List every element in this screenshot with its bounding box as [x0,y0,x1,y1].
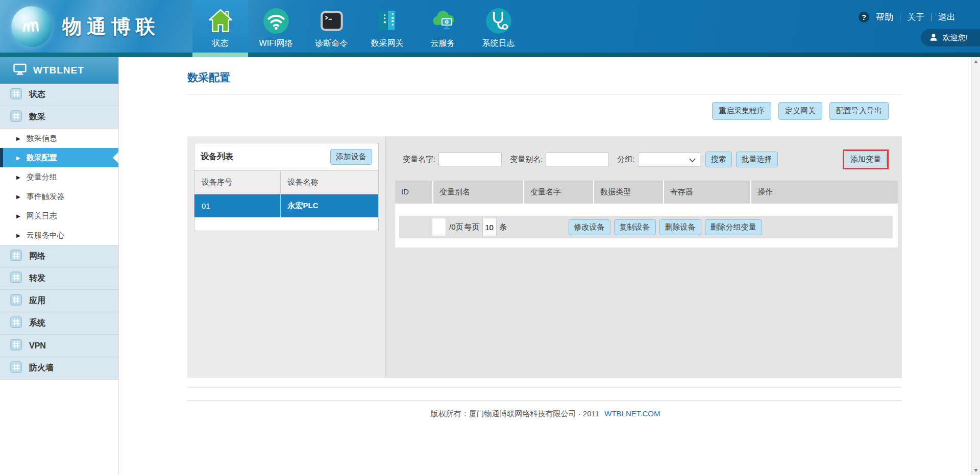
page-toolbar: 重启采集程序 定义网关 配置导入导出 [187,102,902,120]
variable-table-header: ID 变量别名 变量名字 数据类型 寄存器 操作 [395,181,898,204]
cloud-icon [429,7,457,35]
page-number-input[interactable] [432,218,446,236]
app-logo: 物通博联 [11,6,160,47]
device-empty-row [194,217,378,231]
variable-table: ID 变量别名 变量名字 数据类型 寄存器 操作 /0页 每页 条 [395,181,898,247]
logo-text: 物通博联 [62,14,160,40]
sidebar-item-event-trigger[interactable]: ▶ 事件触发器 [0,187,118,206]
help-icon: ? [859,12,869,22]
variable-alias-label: 变量别名: [510,155,543,164]
logout-link[interactable]: 退出 [938,11,955,23]
sidebar-item-application[interactable]: 应用 [0,290,118,312]
welcome-text: 欢迎您! [943,33,968,43]
sidebar-item-gateway-log[interactable]: ▶ 网关日志 [0,206,118,226]
sidebar-item-status[interactable]: 状态 [0,84,118,106]
nav-tab-diagnostics[interactable]: 诊断命令 [304,0,359,53]
sidebar-item-system[interactable]: 系统 [0,312,118,335]
device-table-header-row: 设备序号 设备名称 [194,171,378,194]
add-device-button[interactable]: 添加设备 [330,149,372,165]
highlight-red-box: 添加变量 [843,149,889,169]
grid-icon [10,249,22,263]
nav-tab-label: 数采网关 [371,38,404,49]
sidebar-item-label: 事件触发器 [27,192,65,202]
sidebar-item-label: 转发 [29,273,45,284]
sidebar-item-data-acquisition[interactable]: 数采 [0,106,118,129]
variables-area: 变量名字: 变量别名: 分组: 搜索 批量选择 添加变量 [386,136,902,378]
nav-tab-gateway[interactable]: 数采网关 [359,0,415,53]
header-bottom-strip [0,53,980,57]
grid-icon [10,316,22,330]
col-name: 变量名字 [524,181,594,204]
sidebar-item-daq-info[interactable]: ▶ 数采信息 [0,129,118,148]
nav-tab-label: WIFI网络 [259,38,293,49]
config-import-export-button[interactable]: 配置导入导出 [829,102,889,120]
header-links: ? 帮助 关于 退出 [859,11,955,23]
user-menu[interactable]: 欢迎您! [921,29,980,46]
device-row-selected[interactable]: 01 永宏PLC [194,194,378,218]
filter-bar: 变量名字: 变量别名: 分组: 搜索 批量选择 添加变量 [386,136,902,169]
sidebar-item-daq-config[interactable]: ▶ 数采配置 [0,148,118,167]
nav-tab-label: 状态 [212,38,229,49]
divider [187,400,902,401]
modify-device-button[interactable]: 修改设备 [569,219,610,235]
content-panel: 设备列表 添加设备 设备序号 设备名称 01 [187,136,902,378]
sidebar-item-forwarding[interactable]: 转发 [0,267,118,290]
delete-group-vars-button[interactable]: 删除分组变量 [705,219,762,235]
page-title: 数采配置 [187,70,230,85]
caret-right-icon: ▶ [16,136,20,141]
per-page-label: 每页 [464,222,480,232]
nav-tab-cloud[interactable]: 云服务 [415,0,471,53]
variable-alias-input[interactable] [546,153,609,166]
wifi-icon [262,7,290,35]
device-serial-cell: 01 [194,194,280,218]
device-serial-header: 设备序号 [194,171,280,194]
sidebar-item-label: 网络 [29,251,45,262]
per-page-input[interactable] [482,218,497,236]
copyright-text: 版权所有：厦门物通博联网络科技有限公司 · 2011 [431,409,600,418]
per-page-unit: 条 [500,222,507,232]
col-actions: 操作 [751,181,898,204]
col-id: ID [395,181,433,204]
sidebar-item-label: 云服务中心 [27,231,65,240]
about-link[interactable]: 关于 [907,11,924,23]
page-root: 物通博联 状态 WIFI网络 诊断命令 [0,0,980,475]
nav-tab-wifi[interactable]: WIFI网络 [248,0,304,53]
batch-select-button[interactable]: 批量选择 [736,152,778,167]
scroll-up-icon[interactable] [974,60,978,63]
copy-device-button[interactable]: 复制设备 [614,219,656,235]
nav-tab-syslog[interactable]: 系统日志 [471,0,526,53]
grid-icon [10,271,22,285]
scroll-down-icon[interactable] [974,469,978,472]
sidebar-item-firewall[interactable]: 防火墙 [0,357,118,380]
nav-tab-label: 系统日志 [482,38,515,49]
footer-link[interactable]: WTBLNET.COM [604,409,660,418]
nav-tab-status[interactable]: 状态 [192,0,248,53]
nav-tab-label: 云服务 [431,38,455,49]
sidebar-item-vpn[interactable]: VPN [0,335,118,357]
sidebar-item-label: 数采信息 [27,134,57,143]
divider [187,94,902,94]
divider [187,387,902,388]
pagination-bar: /0页 每页 条 修改设备 复制设备 删除设备 删除分组变量 [399,216,893,238]
variable-name-input[interactable] [438,153,502,166]
delete-device-button[interactable]: 删除设备 [659,219,701,235]
sidebar-item-cloud-center[interactable]: ▶ 云服务中心 [0,226,118,245]
sidebar-item-variable-groups[interactable]: ▶ 变量分组 [0,167,118,187]
caret-right-icon: ▶ [16,233,20,238]
stethoscope-icon [485,7,512,35]
vertical-scrollbar[interactable] [971,57,980,475]
caret-right-icon: ▶ [16,194,20,199]
sidebar: WTBLNET 状态 数采 ▶ 数采信息 ▶ 数采配置 ▶ 变量分组 ▶ 事件触… [0,57,119,475]
add-variable-button[interactable]: 添加变量 [845,152,887,167]
help-link[interactable]: 帮助 [876,11,893,23]
caret-right-icon: ▶ [16,155,20,161]
chevron-down-icon [689,155,696,164]
sidebar-item-label: 数采 [29,112,45,122]
search-button[interactable]: 搜索 [705,152,732,167]
sidebar-item-label: 变量分组 [27,172,57,182]
group-select[interactable] [638,153,700,167]
sidebar-item-network[interactable]: 网络 [0,245,118,267]
restart-collector-button[interactable]: 重启采集程序 [712,102,771,120]
define-gateway-button[interactable]: 定义网关 [778,102,822,120]
device-list-title: 设备列表 [201,152,233,162]
